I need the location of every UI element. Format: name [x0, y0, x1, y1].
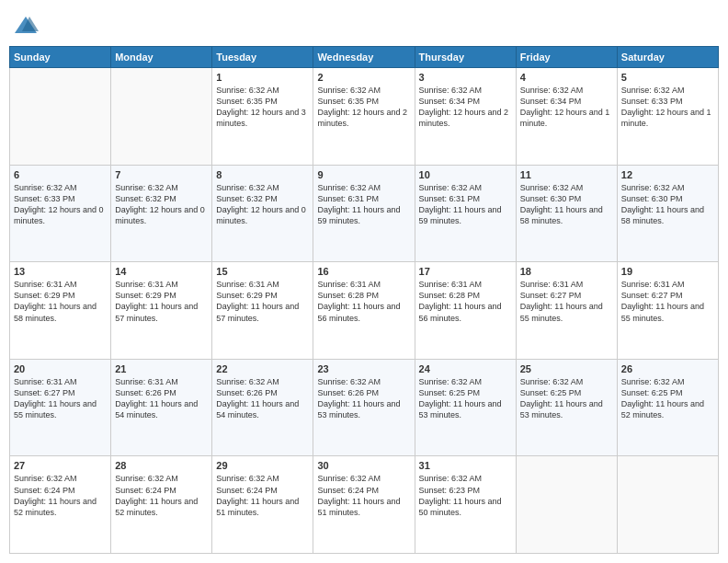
day-number: 29 [216, 460, 309, 471]
calendar-cell: 18Sunrise: 6:31 AMSunset: 6:27 PMDayligh… [516, 262, 617, 360]
calendar-cell: 22Sunrise: 6:32 AMSunset: 6:26 PMDayligh… [212, 359, 313, 456]
col-header-thursday: Thursday [415, 47, 516, 68]
header [9, 9, 719, 39]
cell-info: Sunrise: 6:32 AMSunset: 6:30 PMDaylight:… [621, 182, 714, 227]
calendar-cell: 9Sunrise: 6:32 AMSunset: 6:31 PMDaylight… [313, 165, 415, 262]
cell-info: Sunrise: 6:32 AMSunset: 6:26 PMDaylight:… [216, 376, 309, 421]
calendar-cell: 5Sunrise: 6:32 AMSunset: 6:33 PMDaylight… [617, 68, 718, 166]
col-header-monday: Monday [111, 47, 212, 68]
day-number: 20 [14, 363, 107, 374]
day-number: 16 [317, 266, 410, 277]
calendar-cell: 28Sunrise: 6:32 AMSunset: 6:24 PMDayligh… [111, 456, 212, 554]
cell-info: Sunrise: 6:32 AMSunset: 6:23 PMDaylight:… [419, 473, 512, 518]
col-header-saturday: Saturday [617, 47, 718, 68]
cell-info: Sunrise: 6:32 AMSunset: 6:24 PMDaylight:… [14, 473, 107, 518]
cell-info: Sunrise: 6:32 AMSunset: 6:24 PMDaylight:… [115, 473, 208, 518]
day-number: 25 [520, 363, 613, 374]
day-number: 6 [14, 169, 107, 180]
calendar-cell: 14Sunrise: 6:31 AMSunset: 6:29 PMDayligh… [111, 262, 212, 360]
calendar-cell: 21Sunrise: 6:31 AMSunset: 6:26 PMDayligh… [111, 359, 212, 456]
calendar-table: SundayMondayTuesdayWednesdayThursdayFrid… [9, 46, 719, 554]
day-number: 17 [419, 266, 512, 277]
calendar-cell: 13Sunrise: 6:31 AMSunset: 6:29 PMDayligh… [10, 262, 111, 360]
calendar-cell: 11Sunrise: 6:32 AMSunset: 6:30 PMDayligh… [516, 165, 617, 262]
cell-info: Sunrise: 6:32 AMSunset: 6:31 PMDaylight:… [419, 182, 512, 227]
cell-info: Sunrise: 6:32 AMSunset: 6:35 PMDaylight:… [317, 85, 410, 130]
col-header-wednesday: Wednesday [313, 47, 415, 68]
cell-info: Sunrise: 6:31 AMSunset: 6:28 PMDaylight:… [419, 279, 512, 324]
calendar-header-row: SundayMondayTuesdayWednesdayThursdayFrid… [10, 47, 719, 68]
cell-info: Sunrise: 6:32 AMSunset: 6:24 PMDaylight:… [317, 473, 410, 518]
cell-info: Sunrise: 6:32 AMSunset: 6:34 PMDaylight:… [419, 85, 512, 130]
calendar-week-row: 13Sunrise: 6:31 AMSunset: 6:29 PMDayligh… [10, 262, 719, 360]
calendar-cell [516, 456, 617, 554]
cell-info: Sunrise: 6:31 AMSunset: 6:27 PMDaylight:… [621, 279, 714, 324]
calendar-cell: 16Sunrise: 6:31 AMSunset: 6:28 PMDayligh… [313, 262, 415, 360]
col-header-tuesday: Tuesday [212, 47, 313, 68]
day-number: 9 [317, 169, 410, 180]
day-number: 10 [419, 169, 512, 180]
day-number: 13 [14, 266, 107, 277]
calendar-cell: 15Sunrise: 6:31 AMSunset: 6:29 PMDayligh… [212, 262, 313, 360]
calendar-cell: 29Sunrise: 6:32 AMSunset: 6:24 PMDayligh… [212, 456, 313, 554]
calendar-cell: 24Sunrise: 6:32 AMSunset: 6:25 PMDayligh… [415, 359, 516, 456]
day-number: 7 [115, 169, 208, 180]
day-number: 5 [621, 72, 714, 83]
cell-info: Sunrise: 6:32 AMSunset: 6:25 PMDaylight:… [520, 376, 613, 421]
calendar-cell: 31Sunrise: 6:32 AMSunset: 6:23 PMDayligh… [415, 456, 516, 554]
day-number: 27 [14, 460, 107, 471]
calendar-week-row: 6Sunrise: 6:32 AMSunset: 6:33 PMDaylight… [10, 165, 719, 262]
page: SundayMondayTuesdayWednesdayThursdayFrid… [0, 0, 728, 563]
day-number: 11 [520, 169, 613, 180]
day-number: 14 [115, 266, 208, 277]
calendar-cell: 1Sunrise: 6:32 AMSunset: 6:35 PMDaylight… [212, 68, 313, 166]
calendar-cell: 17Sunrise: 6:31 AMSunset: 6:28 PMDayligh… [415, 262, 516, 360]
calendar-cell [10, 68, 111, 166]
cell-info: Sunrise: 6:32 AMSunset: 6:25 PMDaylight:… [621, 376, 714, 421]
cell-info: Sunrise: 6:32 AMSunset: 6:31 PMDaylight:… [317, 182, 410, 227]
day-number: 24 [419, 363, 512, 374]
day-number: 28 [115, 460, 208, 471]
calendar-cell: 19Sunrise: 6:31 AMSunset: 6:27 PMDayligh… [617, 262, 718, 360]
cell-info: Sunrise: 6:31 AMSunset: 6:29 PMDaylight:… [115, 279, 208, 324]
calendar-cell: 20Sunrise: 6:31 AMSunset: 6:27 PMDayligh… [10, 359, 111, 456]
day-number: 15 [216, 266, 309, 277]
cell-info: Sunrise: 6:32 AMSunset: 6:30 PMDaylight:… [520, 182, 613, 227]
day-number: 19 [621, 266, 714, 277]
cell-info: Sunrise: 6:32 AMSunset: 6:34 PMDaylight:… [520, 85, 613, 130]
col-header-sunday: Sunday [10, 47, 111, 68]
calendar-cell: 27Sunrise: 6:32 AMSunset: 6:24 PMDayligh… [10, 456, 111, 554]
cell-info: Sunrise: 6:32 AMSunset: 6:35 PMDaylight:… [216, 85, 309, 130]
calendar-cell: 30Sunrise: 6:32 AMSunset: 6:24 PMDayligh… [313, 456, 415, 554]
calendar-cell: 7Sunrise: 6:32 AMSunset: 6:32 PMDaylight… [111, 165, 212, 262]
calendar-cell: 6Sunrise: 6:32 AMSunset: 6:33 PMDaylight… [10, 165, 111, 262]
cell-info: Sunrise: 6:31 AMSunset: 6:29 PMDaylight:… [14, 279, 107, 324]
day-number: 31 [419, 460, 512, 471]
logo-icon [13, 13, 39, 39]
calendar-cell: 3Sunrise: 6:32 AMSunset: 6:34 PMDaylight… [415, 68, 516, 166]
day-number: 3 [419, 72, 512, 83]
day-number: 1 [216, 72, 309, 83]
calendar-week-row: 27Sunrise: 6:32 AMSunset: 6:24 PMDayligh… [10, 456, 719, 554]
calendar-week-row: 20Sunrise: 6:31 AMSunset: 6:27 PMDayligh… [10, 359, 719, 456]
day-number: 22 [216, 363, 309, 374]
calendar-cell [617, 456, 718, 554]
cell-info: Sunrise: 6:31 AMSunset: 6:29 PMDaylight:… [216, 279, 309, 324]
cell-info: Sunrise: 6:31 AMSunset: 6:28 PMDaylight:… [317, 279, 410, 324]
day-number: 2 [317, 72, 410, 83]
calendar-cell: 23Sunrise: 6:32 AMSunset: 6:26 PMDayligh… [313, 359, 415, 456]
calendar-cell: 10Sunrise: 6:32 AMSunset: 6:31 PMDayligh… [415, 165, 516, 262]
day-number: 23 [317, 363, 410, 374]
cell-info: Sunrise: 6:32 AMSunset: 6:25 PMDaylight:… [419, 376, 512, 421]
cell-info: Sunrise: 6:32 AMSunset: 6:32 PMDaylight:… [216, 182, 309, 227]
cell-info: Sunrise: 6:32 AMSunset: 6:32 PMDaylight:… [115, 182, 208, 227]
calendar-cell: 2Sunrise: 6:32 AMSunset: 6:35 PMDaylight… [313, 68, 415, 166]
calendar-cell: 26Sunrise: 6:32 AMSunset: 6:25 PMDayligh… [617, 359, 718, 456]
cell-info: Sunrise: 6:31 AMSunset: 6:27 PMDaylight:… [14, 376, 107, 421]
cell-info: Sunrise: 6:32 AMSunset: 6:33 PMDaylight:… [621, 85, 714, 130]
calendar-cell: 12Sunrise: 6:32 AMSunset: 6:30 PMDayligh… [617, 165, 718, 262]
day-number: 21 [115, 363, 208, 374]
cell-info: Sunrise: 6:32 AMSunset: 6:24 PMDaylight:… [216, 473, 309, 518]
day-number: 12 [621, 169, 714, 180]
calendar-cell: 25Sunrise: 6:32 AMSunset: 6:25 PMDayligh… [516, 359, 617, 456]
